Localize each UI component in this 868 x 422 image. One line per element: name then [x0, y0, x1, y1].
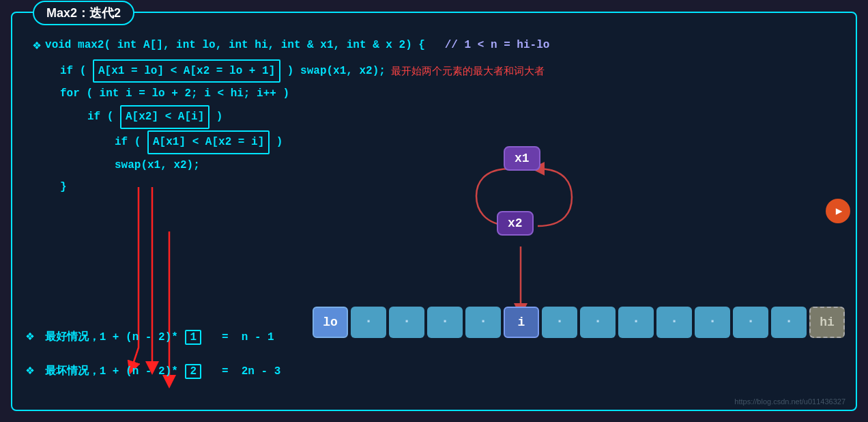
comment-red-1: 最开始两个元素的最大者和词大者	[391, 61, 545, 80]
worst-case-line: ❖ 最坏情况，1 + (n - 2)* 2 = 2n - 3	[26, 361, 280, 379]
bullet-best: ❖	[26, 328, 34, 344]
array-cell-dot-3: ·	[427, 307, 463, 338]
condition-box-1: A[x1 = lo] < A[x2 = lo + 1]	[93, 59, 280, 83]
watermark: https://blog.csdn.net/u011436327	[734, 397, 845, 406]
best-case-text: 最好情况，1 + (n - 2)*	[45, 331, 178, 343]
array-cell-dot-6: ·	[580, 307, 616, 338]
array-cell-dot-8: ·	[656, 307, 692, 338]
line-1: ❖ void max2( int A[], int lo, int hi, in…	[33, 33, 835, 58]
bullet-worst: ❖	[26, 363, 34, 378]
line-4: if ( A[x2] < A[i] )	[87, 105, 835, 129]
code-swap-2: swap(x1, x2);	[115, 156, 200, 175]
card: Max2：迭代2	[11, 12, 857, 411]
code-paren-2: )	[270, 132, 283, 152]
array-cell-dot-5: ·	[542, 307, 577, 338]
array-cell-dot-10: ·	[733, 307, 768, 338]
code-if: if (	[60, 61, 93, 81]
x2-box: x2	[497, 211, 534, 236]
x1-box: x1	[504, 146, 540, 171]
array-cell-dot-1: ·	[351, 307, 386, 338]
array-cell-hi: hi	[809, 307, 845, 338]
code-paren: )	[209, 107, 222, 127]
code-if-3: if (	[115, 132, 147, 152]
code-brace: }	[60, 178, 67, 197]
line-5: if ( A[x1] < A[x2 = i] )	[115, 130, 835, 154]
array-cell-dot-11: ·	[771, 307, 807, 338]
card-title: Max2：迭代2	[33, 1, 134, 25]
code-line-1: void max2( int A[], int lo, int hi, int …	[45, 36, 445, 55]
play-button[interactable]	[826, 199, 850, 223]
array-cell-dot-4: ·	[465, 307, 501, 338]
code-swap-1: ) swap(x1, x2);	[280, 61, 386, 81]
condition-box-3: A[x1] < A[x2 = i]	[147, 130, 270, 154]
array-cell-dot-9: ·	[695, 307, 730, 338]
line-6: swap(x1, x2);	[115, 156, 835, 175]
line-3: for ( int i = lo + 2; i < hi; i++ )	[60, 84, 835, 104]
condition-box-2: A[x2] < A[i]	[120, 105, 209, 129]
code-if-2: if (	[87, 107, 120, 127]
array-cell-dot-2: ·	[389, 307, 424, 338]
code-for: for ( int i = lo + 2; i < hi; i++ )	[60, 84, 289, 104]
code-content: ❖ void max2( int A[], int lo, int hi, in…	[33, 33, 835, 198]
array-visualization: lo · · · · i · · · · · · · hi	[313, 307, 845, 338]
array-cell-dot-7: ·	[618, 307, 654, 338]
worst-num-box: 2	[185, 364, 201, 379]
worst-case-suffix: = 2n - 3	[209, 365, 281, 378]
array-cell-lo: lo	[313, 307, 348, 338]
bullet-1: ❖	[33, 33, 41, 58]
line-2: if ( A[x1 = lo] < A[x2 = lo + 1] ) swap(…	[60, 59, 835, 83]
line-7: }	[60, 178, 835, 197]
best-case-line: ❖ 最好情况，1 + (n - 2)* 1 = n - 1	[26, 327, 274, 345]
main-container: Max2：迭代2	[0, 0, 868, 422]
array-cell-i: i	[504, 307, 539, 338]
worst-case-text: 最坏情况，1 + (n - 2)*	[45, 365, 178, 378]
best-num-box: 1	[185, 330, 201, 345]
comment-1: // 1 < n = hi-lo	[445, 36, 550, 55]
best-case-suffix: = n - 1	[209, 331, 274, 343]
